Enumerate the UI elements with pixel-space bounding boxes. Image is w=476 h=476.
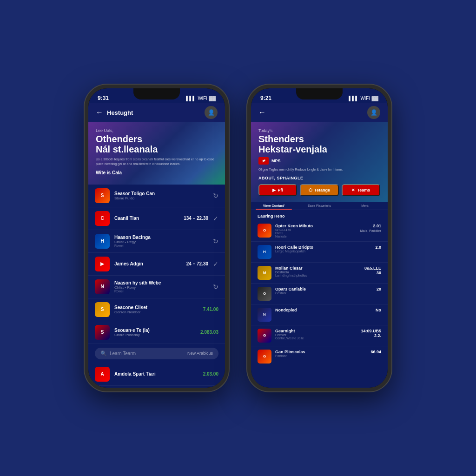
tab-label-1: Viere Contact' bbox=[263, 204, 285, 207]
item2-logo: M bbox=[258, 266, 271, 280]
search-bar[interactable]: 🔍 Learn Tearm New Arabicus bbox=[95, 348, 218, 359]
item2-sub: Lergic Magniaopatch bbox=[275, 250, 371, 253]
item2-sub: Cenlor, WEete Jolle bbox=[275, 337, 357, 340]
list-item2[interactable]: N Nondcpled No bbox=[251, 304, 388, 325]
item2-name: Mollan Clesar bbox=[275, 266, 361, 271]
list-item[interactable]: ▶ James Adgin 24 – 72.30 ✓ bbox=[88, 253, 225, 276]
list-item2[interactable]: G Gan Plinscolas Parthian 66.94 bbox=[251, 346, 388, 367]
time-right: 9:21 bbox=[260, 95, 271, 101]
notch-right bbox=[296, 88, 343, 99]
section-header-label: Eauring Heno bbox=[258, 214, 285, 218]
refresh-icon: ↻ bbox=[213, 192, 218, 199]
item-sub: Stone Fuldo bbox=[114, 196, 208, 200]
screen-left: 9:31 ▌▌▌ WiFi ▓▓ ← Hestught 👤 Lee Uals, … bbox=[88, 88, 225, 388]
item2-value: 20 bbox=[377, 287, 381, 291]
item2-info: Mollan Clesar Destntela Larinding Insthp… bbox=[275, 266, 361, 277]
item-logo: N bbox=[95, 279, 110, 294]
list-item[interactable]: H Haason Bacinga Chlist • Regy Rowel ↻ bbox=[88, 230, 225, 253]
header-left-content: ← Hestught bbox=[96, 108, 133, 117]
btn-pn-label: Pñ bbox=[278, 188, 283, 192]
item2-logo: H bbox=[258, 245, 271, 259]
avatar-right[interactable]: 👤 bbox=[367, 106, 380, 119]
item2-code: SROD-150 bbox=[275, 228, 357, 231]
new-button[interactable]: New Arabicus bbox=[187, 351, 213, 356]
item-info: Caanil Tian bbox=[114, 216, 179, 221]
status-icons-left: ▌▌▌ WiFi ▓▓ bbox=[186, 96, 216, 101]
list-item[interactable]: N Naason hy sith Webe Chlist • Rony Rowe… bbox=[88, 276, 225, 298]
tab-ease-flawelerts[interactable]: Ease Flawelerts bbox=[297, 202, 342, 210]
list-item[interactable]: C Caanil Tian 134 – 22.30 ✓ bbox=[88, 207, 225, 230]
section-title-right: ABOUT, SPHAINGLE bbox=[258, 176, 380, 180]
item2-logo: N bbox=[258, 308, 271, 322]
item2-logo: O bbox=[258, 287, 271, 301]
action-btn-tetange[interactable]: ⬡ Tetange bbox=[300, 184, 338, 196]
signal-icon: ▌▌▌ bbox=[186, 96, 196, 101]
tab-label-2: Ease Flawelerts bbox=[308, 204, 331, 207]
search-icon: 🔍 bbox=[100, 350, 107, 357]
item-sub: Genien Nomber bbox=[114, 310, 198, 314]
tab-ment[interactable]: Ment bbox=[342, 202, 388, 210]
list-item2[interactable]: O Opar3 Canlable Ceshiar 20 bbox=[251, 284, 388, 304]
item2-code: Feenter bbox=[275, 333, 357, 337]
refresh-icon: ↻ bbox=[213, 283, 218, 291]
check-icon: ✓ bbox=[213, 215, 218, 222]
item-info: Naason hy sith Webe Chlist • Rony Rowel bbox=[114, 280, 208, 293]
item-info: James Adgin bbox=[114, 261, 182, 266]
battery-icon-r: ▓▓ bbox=[371, 96, 378, 101]
action-btn-teams[interactable]: ✕ Teams bbox=[342, 184, 380, 196]
tab-view-contact[interactable]: Viere Contact' bbox=[251, 202, 297, 210]
item-info: Seacone Cliset Genien Nomber bbox=[114, 305, 198, 314]
item2-sub2: Nanode bbox=[275, 235, 357, 238]
item-name: Haason Bacinga bbox=[114, 235, 208, 240]
item-logo: S bbox=[95, 302, 110, 317]
item-name-footer: Amdola Spart Tiari bbox=[114, 371, 198, 377]
hero-title-left: OthendersNál st.lleanala bbox=[96, 134, 218, 154]
item2-sub: FREL bbox=[275, 231, 357, 235]
refresh-icon: ↻ bbox=[213, 238, 218, 245]
back-arrow-icon-r[interactable]: ← bbox=[258, 108, 266, 117]
list-item2[interactable]: G Gearnight Feenter Cenlor, WEete Jolle … bbox=[251, 325, 388, 346]
list-item2[interactable]: M Mollan Clesar Destntela Larinding Inst… bbox=[251, 263, 388, 284]
item-name: James Adgin bbox=[114, 261, 182, 266]
item-info: Haason Bacinga Chlist • Regy Rowel bbox=[114, 235, 208, 247]
btn-tetange-label: Tetange bbox=[314, 188, 330, 192]
item-sub: Chore Pliboday bbox=[114, 333, 196, 337]
list-item2[interactable]: O Opter Keon Mibuto SROD-150 FREL Nanode… bbox=[251, 220, 388, 242]
item-sub: Chlist • Regy bbox=[114, 240, 208, 244]
item2-value: 66.94 bbox=[370, 350, 381, 354]
item-name: Caanil Tian bbox=[114, 216, 179, 221]
item-value: 7.41.00 bbox=[203, 307, 218, 312]
item2-sub: Parthian bbox=[275, 354, 367, 357]
item2-name: Opar3 Canlable bbox=[275, 287, 373, 291]
list-item-footer[interactable]: A Amdola Spart Tiari 2.03.00 bbox=[88, 363, 225, 386]
item-logo: S bbox=[95, 325, 110, 340]
item-logo-footer: A bbox=[95, 367, 110, 382]
list-item[interactable]: S Seouan·e Te (la) Chore Pliboday 2.083.… bbox=[88, 321, 225, 344]
item-value: 134 – 22.30 bbox=[184, 216, 208, 221]
item2-value: 8&5.LLE30 bbox=[364, 266, 381, 275]
item2-info: Gearnight Feenter Cenlor, WEete Jolle bbox=[275, 329, 357, 340]
list-item2[interactable]: H Hoori Calle Bridpto Lergic Magniaopatc… bbox=[251, 242, 388, 263]
item2-value: 14:09.UB52.2. bbox=[361, 329, 381, 338]
item2-value: No bbox=[376, 308, 381, 312]
item2-name: Opter Keon Mibuto bbox=[275, 224, 357, 228]
hero-title-right: SthendersHekstar-venjala bbox=[258, 134, 380, 154]
item-value: 24 – 72.30 bbox=[186, 261, 208, 266]
item2-info: Opter Keon Mibuto SROD-150 FREL Nanode bbox=[275, 224, 357, 238]
item2-name: Gan Plinscolas bbox=[275, 350, 367, 354]
list-right: O Opter Keon Mibuto SROD-150 FREL Nanode… bbox=[251, 220, 388, 388]
x-icon: ✕ bbox=[351, 188, 355, 192]
item-sub: Chlist • Rony bbox=[114, 285, 208, 290]
list-item[interactable]: S Seacone Cliset Genien Nomber 7.41.00 bbox=[88, 298, 225, 321]
badge-icon: 🏳️ bbox=[258, 157, 269, 165]
item-logo: S bbox=[95, 188, 110, 203]
avatar-left[interactable]: 👤 bbox=[205, 106, 218, 119]
item-logo: C bbox=[95, 211, 110, 226]
item2-info: Nondcpled bbox=[275, 308, 372, 312]
action-btn-pn[interactable]: ▶ Pñ bbox=[258, 184, 297, 196]
list-item[interactable]: S Seasor Toligo Can Stone Fuldo ↻ bbox=[88, 185, 225, 207]
hero-section-title-left: Wite is Cala bbox=[96, 170, 218, 175]
item-logo: ▶ bbox=[95, 257, 110, 271]
hero-left: Lee Uals, OthendersNál st.lleanala Us a … bbox=[88, 122, 225, 185]
back-arrow-icon[interactable]: ← bbox=[96, 108, 103, 117]
